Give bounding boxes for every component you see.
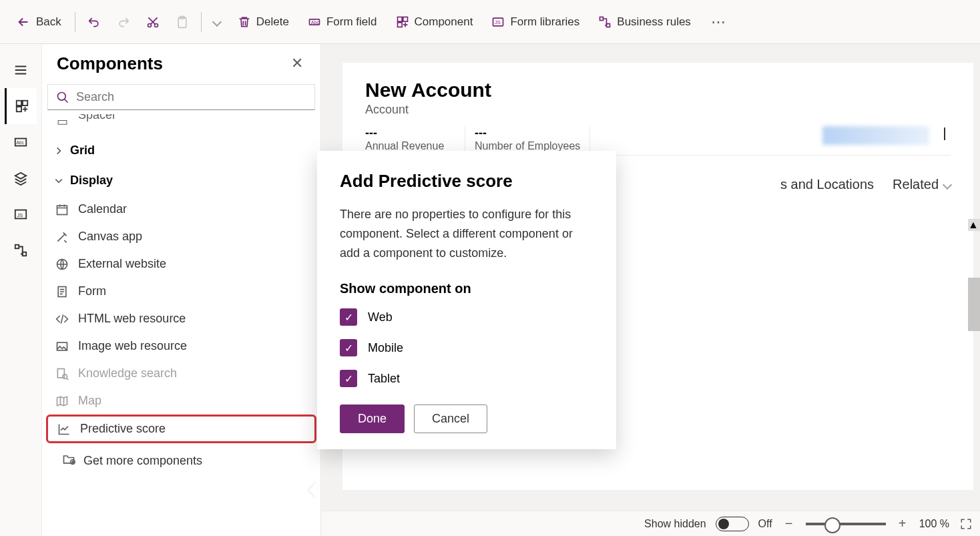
search-icon — [56, 91, 69, 104]
rules-rail-icon — [13, 243, 28, 258]
back-label: Back — [36, 15, 61, 29]
image-icon — [54, 340, 70, 353]
get-more-label: Get more components — [83, 454, 202, 468]
redo-button[interactable] — [110, 10, 137, 34]
component-label: Component — [415, 15, 473, 29]
components-rail-icon — [15, 99, 29, 113]
delete-button[interactable]: Delete — [230, 10, 297, 34]
more-commands-button[interactable]: ⋯ — [702, 11, 735, 33]
form-field-label: Form field — [326, 15, 377, 29]
tree-item-canvas-app[interactable]: Canvas app — [42, 223, 320, 250]
undo-icon — [87, 15, 101, 29]
tree-item-knowledge-search[interactable]: Knowledge search — [42, 360, 320, 387]
fit-icon — [960, 518, 972, 530]
chevron-down-icon — [212, 17, 222, 26]
delete-label: Delete — [256, 15, 289, 29]
checkbox-tablet-row[interactable]: ✓ Tablet — [340, 370, 593, 387]
checkbox-tablet[interactable]: ✓ — [340, 370, 357, 387]
add-predictive-score-callout: Add Predictive score There are no proper… — [317, 151, 616, 449]
tree-group-grid[interactable]: Grid — [42, 136, 320, 166]
rail-layers-button[interactable] — [5, 160, 37, 196]
tree-item-form[interactable]: Form — [42, 278, 320, 305]
chevron-down-icon[interactable] — [944, 127, 945, 140]
tree-group-display[interactable]: Display — [42, 166, 320, 196]
folder-add-icon — [62, 453, 75, 469]
done-button[interactable]: Done — [340, 405, 405, 433]
undo-button[interactable] — [81, 10, 107, 34]
hamburger-button[interactable] — [5, 52, 37, 88]
calendar-label: Calendar — [78, 202, 127, 216]
stat-value: --- — [475, 126, 580, 140]
tree-item-map[interactable]: Map — [42, 387, 320, 415]
js-rail-icon: JS — [13, 207, 28, 222]
abc-rail-icon: Abc — [13, 135, 28, 150]
checkbox-mobile[interactable]: ✓ — [340, 339, 357, 356]
zoom-slider[interactable] — [806, 523, 886, 525]
mobile-label: Mobile — [368, 341, 403, 355]
tree-item-html-web-resource[interactable]: HTML web resource — [42, 305, 320, 332]
rail-js-button[interactable]: JS — [5, 196, 37, 232]
knowledge-label: Knowledge search — [78, 366, 177, 380]
tree-item-calendar[interactable]: Calendar — [42, 196, 320, 223]
zoom-value: 100 % — [919, 518, 949, 530]
checkbox-web-row[interactable]: ✓ Web — [340, 308, 593, 326]
external-website-label: External website — [78, 257, 166, 271]
form-libraries-label: Form libraries — [510, 15, 579, 29]
svg-rect-15 — [16, 107, 21, 111]
rail-rules-button[interactable] — [5, 232, 37, 268]
separator — [201, 12, 202, 32]
zoom-in-button[interactable]: + — [895, 517, 910, 531]
svg-rect-8 — [397, 22, 402, 27]
tree-item-predictive-score[interactable]: Predictive score — [46, 415, 316, 443]
tree-item-external-website[interactable]: External website — [42, 250, 320, 278]
search-box[interactable] — [47, 84, 315, 110]
checkbox-web[interactable]: ✓ — [340, 308, 357, 326]
display-label: Display — [70, 174, 113, 188]
predictive-score-label: Predictive score — [80, 422, 166, 436]
component-button[interactable]: Component — [388, 10, 481, 34]
form-libraries-button[interactable]: JS Form libraries — [483, 10, 587, 34]
show-hidden-toggle[interactable] — [716, 517, 749, 531]
scrollbar-thumb[interactable] — [968, 278, 980, 331]
cut-icon — [146, 15, 160, 29]
checkbox-mobile-row[interactable]: ✓ Mobile — [340, 339, 593, 356]
fit-button[interactable] — [959, 517, 973, 531]
form-title: New Account — [365, 79, 951, 101]
check-icon: ✓ — [344, 311, 353, 324]
panel-close-button[interactable]: ✕ — [287, 51, 307, 76]
stat-value: --- — [365, 126, 455, 140]
rail-abc-button[interactable]: Abc — [5, 124, 37, 160]
rail-components-button[interactable] — [5, 88, 37, 124]
left-icon-rail: Abc JS — [0, 44, 42, 536]
scrollbar-up-arrow[interactable]: ▲ — [968, 219, 980, 231]
components-tree[interactable]: ▭ Spacer Grid Display Calendar Canvas ap… — [42, 110, 320, 536]
component-icon — [396, 15, 409, 29]
cut-button[interactable] — [140, 10, 166, 34]
paste-button[interactable] — [169, 10, 196, 34]
stat-annual-revenue: --- Annual Revenue — [365, 126, 465, 152]
show-on-heading: Show component on — [340, 281, 593, 296]
svg-point-28 — [63, 374, 67, 378]
check-icon: ✓ — [344, 342, 353, 354]
svg-text:JS: JS — [17, 212, 23, 218]
svg-point-0 — [148, 23, 151, 27]
panel-title: Components — [57, 53, 163, 74]
zoom-out-button[interactable]: − — [782, 517, 796, 531]
canvas-app-icon — [54, 230, 70, 244]
search-input[interactable] — [76, 90, 306, 104]
form-field-button[interactable]: Abc Form field — [300, 10, 385, 34]
get-more-components[interactable]: Get more components — [42, 443, 320, 479]
tree-item-image-web-resource[interactable]: Image web resource — [42, 332, 320, 360]
knowledge-search-icon — [54, 367, 70, 380]
tree-item-spacer[interactable]: ▭ Spacer — [42, 114, 320, 136]
popup-buttons: Done Cancel — [340, 405, 593, 433]
chevron-dropdown[interactable] — [207, 13, 227, 31]
tab-addresses[interactable]: s and Locations — [780, 177, 874, 192]
back-button[interactable]: Back — [8, 9, 69, 35]
grid-label: Grid — [70, 144, 95, 158]
cancel-button[interactable]: Cancel — [414, 405, 487, 433]
tab-related[interactable]: Related — [893, 177, 951, 192]
business-rules-button[interactable]: Business rules — [590, 10, 699, 34]
spacer-icon: ▭ — [54, 114, 70, 129]
form-icon — [54, 285, 70, 298]
